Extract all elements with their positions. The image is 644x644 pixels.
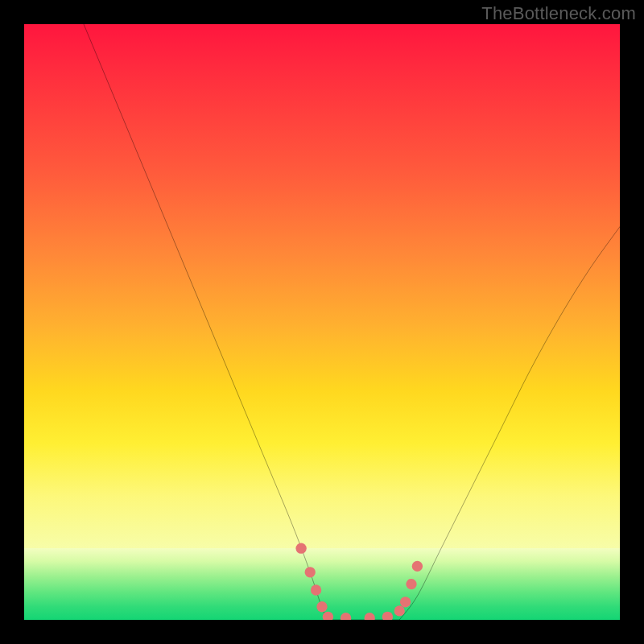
plot-area: [24, 24, 620, 620]
marker-dot: [382, 612, 393, 620]
chart-frame: TheBottleneck.com: [0, 0, 644, 644]
marker-dot: [311, 584, 321, 595]
curve-right: [399, 227, 620, 620]
marker-dot: [316, 601, 327, 612]
marker-dot: [295, 543, 306, 554]
marker-dot: [400, 597, 411, 607]
marker-dot: [323, 612, 333, 620]
curve-svg: [24, 24, 620, 620]
marker-dot: [406, 579, 416, 589]
marker-dot: [341, 613, 351, 620]
marker-dot: [394, 605, 405, 616]
marker-dot: [365, 613, 375, 620]
curve-left: [84, 24, 328, 620]
marker-dot: [412, 561, 423, 572]
marker-layer: [295, 543, 423, 620]
marker-dot: [305, 567, 316, 577]
series-left-branch: [84, 24, 328, 620]
watermark-text: TheBottleneck.com: [481, 3, 636, 24]
series-right-branch: [399, 227, 620, 620]
